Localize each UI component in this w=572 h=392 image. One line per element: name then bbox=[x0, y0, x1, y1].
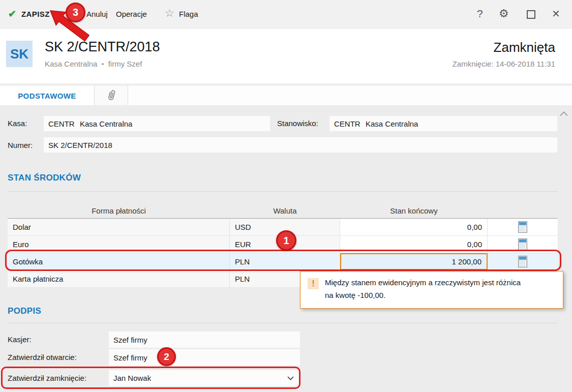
cell-amount[interactable]: 0,00 bbox=[340, 219, 488, 235]
document-type-badge: SK bbox=[6, 41, 33, 67]
calculator-icon[interactable] bbox=[518, 238, 527, 250]
subtitle-dot: • bbox=[101, 59, 104, 68]
help-button[interactable]: ? bbox=[477, 8, 483, 20]
col-stan-koncowy[interactable]: Stan końcowy bbox=[340, 206, 488, 215]
stanowisko-field[interactable]: CENTR Kasa Centralna bbox=[329, 116, 557, 131]
kasa-name: Kasa Centralna bbox=[80, 119, 132, 128]
scroll-up-arrow[interactable] bbox=[560, 109, 568, 118]
save-check-icon[interactable]: ✔ bbox=[8, 8, 16, 20]
tooltip-text-line2: na kwotę -100,00. bbox=[325, 291, 385, 299]
col-waluta[interactable]: Waluta bbox=[230, 206, 340, 215]
zatwierdzil-otwarcie-field[interactable]: Szef firmy bbox=[109, 349, 300, 366]
kasjer-label: Kasjer: bbox=[8, 335, 32, 344]
kasa-field[interactable]: CENTR Kasa Centralna bbox=[44, 116, 270, 131]
app-window: ✔ ZAPISZ ✕ Anuluj Operacje ☆ Flaga ? ⚙ ✕… bbox=[0, 0, 572, 392]
cell-calc bbox=[488, 253, 558, 270]
content-area: Kasa: CENTR Kasa Centralna Stanowisko: C… bbox=[0, 105, 572, 392]
subtitle-kasa: Kasa Centralna bbox=[45, 59, 97, 68]
signature-section-title: PODPIS bbox=[8, 306, 41, 316]
stanowisko-name: Kasa Centralna bbox=[366, 119, 418, 128]
chevron-down-icon bbox=[287, 376, 294, 380]
annotation-badge-3: 3 bbox=[66, 3, 85, 22]
calculator-icon[interactable] bbox=[518, 221, 527, 233]
zatwierdzil-otwarcie-label: Zatwierdził otwarcie: bbox=[8, 353, 77, 361]
numer-field[interactable]: SK 2/CENTR/2018 bbox=[44, 137, 557, 153]
tab-attachments[interactable] bbox=[95, 86, 128, 105]
zatwierdzil-zamkniecie-select[interactable]: Jan Nowak bbox=[109, 370, 299, 386]
cell-form: Euro bbox=[8, 236, 230, 253]
zatwierdzil-otwarcie-value: Szef firmy bbox=[113, 353, 147, 362]
subtitle-owner: firmy Szef bbox=[108, 59, 142, 68]
zatwierdzil-zamkniecie-value: Jan Nowak bbox=[113, 374, 287, 382]
kasa-code: CENTR bbox=[48, 119, 80, 128]
signature-divider bbox=[8, 323, 558, 323]
tab-bar: PODSTAWOWE bbox=[0, 83, 572, 105]
tab-podstawowe[interactable]: PODSTAWOWE bbox=[0, 86, 95, 105]
table-row-gotowka[interactable]: Gotówka PLN 1 200,00 bbox=[8, 253, 558, 270]
funds-section-title: STAN ŚRODKÓW bbox=[8, 173, 81, 183]
tab-podstawowe-label: PODSTAWOWE bbox=[18, 92, 76, 100]
close-button[interactable]: ✕ bbox=[552, 8, 560, 20]
tooltip-text-line1: Między stanem ewidencyjnym a rzeczywisty… bbox=[325, 278, 521, 287]
annotation-badge-1: 1 bbox=[276, 230, 296, 251]
zatwierdzil-zamkniecie-label: Zatwierdził zamknięcie: bbox=[8, 374, 86, 382]
cell-amount-highlighted[interactable]: 1 200,00 bbox=[340, 253, 488, 270]
settings-gear-icon[interactable]: ⚙ bbox=[499, 7, 509, 20]
stanowisko-code: CENTR bbox=[334, 119, 366, 128]
difference-warning-tooltip: ! Między stanem ewidencyjnym a rzeczywis… bbox=[300, 271, 563, 309]
status-detail: Zamknięcie: 14-06-2018 11:31 bbox=[453, 59, 555, 68]
save-button[interactable]: ZAPISZ bbox=[21, 10, 50, 18]
star-icon[interactable]: ☆ bbox=[165, 7, 174, 19]
cell-form: Gotówka bbox=[8, 253, 230, 270]
cell-amount[interactable]: 0,00 bbox=[340, 236, 488, 253]
cell-calc bbox=[488, 219, 558, 235]
col-forma-platnosci[interactable]: Forma płatności bbox=[8, 206, 230, 215]
funds-table-header: Forma płatności Waluta Stan końcowy bbox=[8, 203, 558, 219]
warning-icon: ! bbox=[308, 278, 319, 289]
kasjer-value: Szef firmy bbox=[113, 336, 147, 344]
annotation-badge-2: 2 bbox=[157, 347, 176, 366]
status-label: Zamknięta bbox=[494, 40, 555, 55]
numer-value: SK 2/CENTR/2018 bbox=[48, 141, 112, 149]
funds-divider bbox=[8, 191, 558, 192]
cell-form: Dolar bbox=[8, 219, 230, 235]
page-subtitle: Kasa Centralna•firmy Szef bbox=[45, 59, 142, 68]
stanowisko-label: Stanowisko: bbox=[277, 119, 318, 128]
paperclip-icon bbox=[104, 87, 119, 103]
kasa-label: Kasa: bbox=[8, 119, 27, 128]
kasjer-field[interactable]: Szef firmy bbox=[109, 331, 300, 348]
maximize-button[interactable] bbox=[527, 10, 535, 19]
calculator-icon[interactable] bbox=[518, 256, 527, 267]
flag-button[interactable]: Flaga bbox=[179, 10, 198, 18]
cell-form: Karta płatnicza bbox=[8, 270, 230, 287]
operations-menu[interactable]: Operacje bbox=[116, 10, 147, 18]
cell-calc bbox=[488, 236, 558, 253]
numer-label: Numer: bbox=[8, 141, 33, 149]
cell-currency: PLN bbox=[230, 253, 340, 270]
